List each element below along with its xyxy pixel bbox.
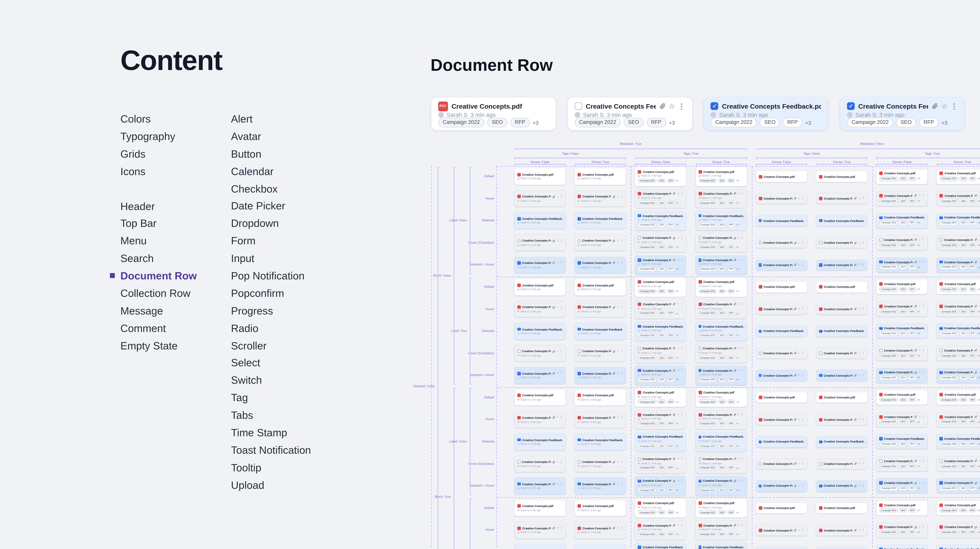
document-row-variant: ✓Creative Concepts Feedback.pdfCampaign … [937,545,980,549]
tag-pill: RFP [969,530,977,535]
tag-pill: SEO [959,486,967,490]
tag-pill: SEO [657,267,666,272]
star-icon: ☆ [556,350,559,353]
tag-pill: SEO [959,353,967,358]
document-actions: ☆⋮ [613,306,623,309]
variant-group-bracket [514,148,746,150]
variant-header: Creative Concepts.pdf [759,175,804,178]
star-icon: ☆ [978,349,980,352]
star-icon: ☆ [737,259,740,261]
document-row-variant: Creative Concepts.pdfSarah S. 3 min ago [575,168,626,185]
tag-pill: SEO [657,488,666,493]
star-icon: ☆ [677,480,679,482]
document-row-variant: Creative Concepts.pdfCampaign 2022SEORFP… [937,280,980,294]
document-row-variant: Creative Concepts Feedbac...☆⋮ [756,414,807,425]
document-tags: Campaign 2022SEORFP+3 [940,287,980,291]
document-row-variant: Creative Concepts.pdfSarah S. 3 min ago [514,279,566,295]
document-title: Creative Concepts.pdf [764,175,804,178]
tag-pill: SEO [657,422,666,426]
kebab-menu-icon: ⋮ [560,239,563,242]
star-icon: ☆ [978,194,980,197]
star-icon: ☆ [918,261,921,263]
component-set-gridline [497,276,980,277]
kebab-menu-icon: ⋮ [620,350,623,353]
document-meta: Sarah S. 3 min ago [578,487,623,490]
tag-pill: Campaign 2022 [879,353,898,358]
tag-pill: RFP [727,178,735,183]
tag-more-count: +3 [917,199,920,202]
pdf-file-icon [578,306,581,309]
document-title: Creative Concepts Feedbac... [945,194,973,197]
tag-pill: Campaign 2022 [879,199,898,203]
tag-pill: Campaign 2022 [940,177,958,181]
meta-text: Sarah S. 3 min ago [581,177,601,180]
document-row-variant: Creative Concepts.pdf [756,503,807,514]
meta-text: Sarah S. 3 min ago [520,443,541,446]
document-row-variant: Creative Concepts Feedbac...☆⋮Sarah S. 3… [635,299,686,318]
document-row-variant: Creative Concepts Feedbac...☆⋮Sarah S. 3… [635,454,686,474]
document-meta: Sarah S. 3 min ago [698,418,744,420]
avatar [638,440,640,442]
variant-header: ✓Creative Concepts Feedback.pdf☆⋮ [879,481,925,485]
tag-pill: SEO [657,311,666,316]
avatar [698,241,700,243]
document-row-variant: Creative Concepts Feedbac...☆⋮Sarah S. 3… [514,190,566,207]
document-tags: Campaign 2022SEORFP+3 [940,309,980,314]
kebab-menu-icon: ⋮ [560,350,563,353]
meta-text: Sarah S. 3 min ago [702,462,722,465]
document-title: Creative Concepts Feedbac... [824,352,853,355]
paperclip-icon [552,261,555,264]
variant-prop-label: Hover (Checkbox) [468,352,494,355]
document-title: Creative Concepts Feedbac... [522,527,551,530]
avatar [698,175,700,177]
document-actions: ☆⋮ [854,352,864,355]
paperclip-icon [854,352,857,355]
meta-text: Sarah S. 3 min ago [520,288,541,291]
document-title: Creative Concepts Feedback.pdf [643,258,671,262]
tag-pill: Campaign 2022 [698,466,717,470]
avatar [638,307,640,310]
document-title: Creative Concepts Feedback.pdf [944,481,973,485]
variant-group-bracket [453,388,455,549]
kebab-menu-icon: ⋮ [681,369,684,372]
document-actions: ☆⋮ [975,482,980,484]
star-icon: ☆ [978,526,980,528]
meta-text: Sarah S. 3 min ago [581,266,601,269]
avatar [698,374,700,376]
pdf-file-icon [638,170,641,173]
variant-prop-label: Selected [482,440,494,444]
document-title: Creative Concepts Feedbac... [582,239,611,242]
document-actions: ☆⋮ [673,457,684,460]
variant-header: ✓Creative Concepts Feedback.pdf☆⋮ [578,261,623,265]
document-title: Creative Concepts Feedbac... [824,418,853,422]
tag-pill: Campaign 2022 [638,444,657,449]
tag-more-count: +3 [917,420,920,423]
pdf-file-icon [517,173,521,176]
document-row-variant: ✓Creative Concepts Feedback.pdf☆⋮ [756,370,807,381]
document-actions: ☆⋮ [552,261,563,264]
tag-more-count: +3 [917,354,920,357]
paperclip-icon [552,482,555,485]
document-title: Creative Concepts Feedback.pdf [703,214,744,218]
document-tags: Campaign 2022SEORFP+3 [638,245,684,250]
variant-header: Creative Concepts.pdf [759,285,804,289]
variant-group-bracket [756,164,807,166]
variant-prop-label: Dense: False [892,160,912,164]
variant-header: Creative Concepts.pdf [578,173,623,176]
tag-pill: Campaign 2022 [879,442,898,446]
meta-text: Sarah S. 3 min ago [581,531,601,534]
meta-text: Sarah S. 3 min ago [581,332,601,335]
variant-header: ✓Creative Concepts Feedback.pdf☆⋮ [517,372,563,375]
tag-more-count: +3 [978,509,980,512]
document-actions: ☆⋮ [733,237,744,239]
document-title: Creative Concepts Feedback.pdf [824,329,865,333]
tag-pill: RFP [969,420,977,424]
document-row-variant: Creative Concepts Feedbac...☆⋮Sarah S. 3… [695,410,747,429]
kebab-menu-icon: ⋮ [801,197,804,200]
tag-pill: Campaign 2022 [940,243,958,247]
pdf-file-icon [759,396,762,399]
tag-more-count: +3 [917,244,920,247]
variant-header: ✓Creative Concepts Feedback.pdf [759,440,804,444]
document-row-variant: ✓Creative Concepts Feedback.pdf☆⋮Sarah S… [695,255,747,275]
document-tags: Campaign 2022SEORFP+3 [879,309,925,314]
